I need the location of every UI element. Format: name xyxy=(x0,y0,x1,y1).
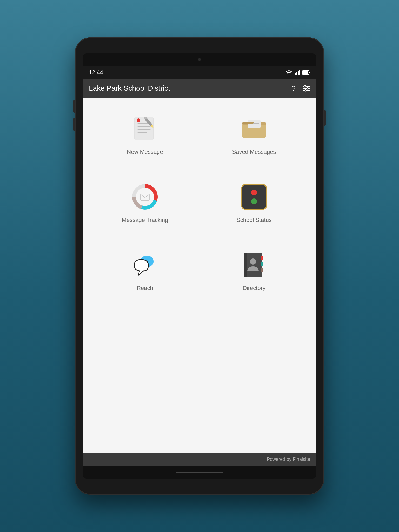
svg-point-12 xyxy=(305,90,307,91)
main-content: New Message xyxy=(83,98,316,453)
power-button[interactable] xyxy=(324,110,326,126)
message-tracking-icon xyxy=(131,183,159,211)
reach-icon xyxy=(131,251,159,279)
new-message-label: New Message xyxy=(127,149,163,155)
svg-rect-5 xyxy=(309,72,310,73)
settings-icon[interactable] xyxy=(303,85,310,92)
school-status-label: School Status xyxy=(236,217,272,223)
volume-up-button[interactable] xyxy=(73,100,75,113)
camera-bar xyxy=(83,53,316,66)
green-light xyxy=(251,198,257,204)
app-title: Lake Park School District xyxy=(89,84,170,92)
svg-rect-36 xyxy=(261,268,263,272)
battery-icon xyxy=(302,70,310,75)
svg-rect-34 xyxy=(261,256,263,260)
svg-point-10 xyxy=(304,85,306,87)
new-message-icon xyxy=(131,115,159,143)
message-tracking-icon-container xyxy=(129,181,161,212)
svg-rect-1 xyxy=(296,72,297,75)
school-status-icon xyxy=(241,184,267,210)
svg-rect-3 xyxy=(299,70,300,75)
bottom-bar xyxy=(83,466,316,479)
signal-icon xyxy=(295,70,300,75)
volume-down-button[interactable] xyxy=(73,118,75,131)
tablet-device: 12:44 xyxy=(75,37,324,495)
app-grid: New Message xyxy=(101,108,298,297)
svg-point-11 xyxy=(307,88,309,89)
saved-messages-icon-container xyxy=(238,113,270,144)
message-tracking-label: Message Tracking xyxy=(122,217,168,223)
camera-dot xyxy=(198,58,201,61)
directory-icon xyxy=(241,251,267,279)
reach-label: Reach xyxy=(137,285,153,291)
app-header: Lake Park School District ? xyxy=(83,79,316,98)
svg-rect-2 xyxy=(298,71,299,75)
saved-messages-item[interactable]: Saved Messages xyxy=(210,108,298,161)
directory-icon-container xyxy=(238,249,270,281)
new-message-icon-container xyxy=(129,113,161,144)
help-button[interactable]: ? xyxy=(291,84,296,92)
school-status-item[interactable]: School Status xyxy=(210,176,298,229)
svg-rect-33 xyxy=(244,253,247,277)
svg-rect-0 xyxy=(295,73,296,75)
message-tracking-item[interactable]: Message Tracking xyxy=(101,176,189,229)
status-icons xyxy=(285,70,310,75)
svg-point-19 xyxy=(137,118,140,122)
svg-rect-6 xyxy=(303,71,308,74)
footer-text: Powered by Finalsite xyxy=(267,457,310,462)
directory-label: Directory xyxy=(243,285,265,291)
wifi-icon xyxy=(285,70,292,75)
home-indicator[interactable] xyxy=(176,472,223,473)
saved-messages-icon xyxy=(240,115,268,143)
status-bar: 12:44 xyxy=(83,66,316,79)
svg-rect-35 xyxy=(261,262,263,266)
new-message-item[interactable]: New Message xyxy=(101,108,189,161)
reach-item[interactable]: Reach xyxy=(101,244,189,297)
app-footer: Powered by Finalsite xyxy=(83,453,316,466)
directory-item[interactable]: Directory xyxy=(210,244,298,297)
saved-messages-label: Saved Messages xyxy=(232,149,276,155)
reach-icon-container xyxy=(129,249,161,281)
red-light xyxy=(251,190,257,195)
status-time: 12:44 xyxy=(89,69,103,76)
school-status-icon-container xyxy=(238,181,270,212)
tablet-screen: 12:44 xyxy=(83,53,316,479)
header-icons: ? xyxy=(291,84,310,92)
svg-point-37 xyxy=(250,258,256,265)
